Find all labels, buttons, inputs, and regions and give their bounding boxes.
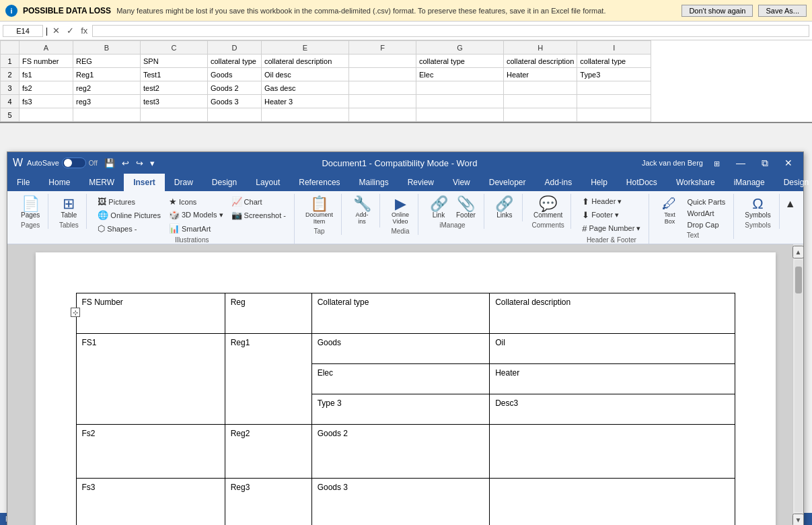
cell-h4[interactable] xyxy=(504,95,577,108)
cell-f3[interactable] xyxy=(349,81,416,95)
cell-d4[interactable]: Goods 3 xyxy=(208,95,262,108)
col-header-i[interactable]: I xyxy=(577,41,651,55)
cell-g3[interactable] xyxy=(416,81,504,95)
cell-d5[interactable] xyxy=(208,108,262,122)
cell-c5[interactable] xyxy=(141,108,208,122)
cell-h3[interactable] xyxy=(504,81,577,95)
cell-a4[interactable]: fs3 xyxy=(20,95,73,108)
cell-g5[interactable] xyxy=(416,108,504,122)
cell-a3[interactable]: fs2 xyxy=(20,81,73,95)
cell-f2[interactable] xyxy=(349,68,416,81)
cell-a1[interactable]: FS number xyxy=(20,55,73,68)
cell-d1[interactable]: collateral type xyxy=(208,55,262,68)
cell-h1[interactable]: collateral description xyxy=(504,55,577,68)
col-header-e[interactable]: E xyxy=(262,41,349,55)
cell-i1[interactable]: collateral type xyxy=(577,55,651,68)
cell-g2[interactable]: Elec xyxy=(416,68,504,81)
table-row: 4 fs3 reg3 test3 Goods 3 Heater 3 xyxy=(1,95,651,108)
cell-f1[interactable] xyxy=(349,55,416,68)
col-header-a[interactable]: A xyxy=(20,41,73,55)
table-row: 3 fs2 reg2 test2 Goods 2 Gas desc xyxy=(1,81,651,95)
table-row: 1 FS number REG SPN collateral type coll… xyxy=(1,55,651,68)
cell-d3[interactable]: Goods 2 xyxy=(208,81,262,95)
row-num-3: 3 xyxy=(1,81,20,95)
cell-f4[interactable] xyxy=(349,95,416,108)
cell-b3[interactable]: reg2 xyxy=(73,81,141,95)
confirm-formula-button[interactable]: ✓ xyxy=(65,26,76,36)
data-loss-label: POSSIBLE DATA LOSS xyxy=(23,6,111,15)
cell-g1[interactable]: collateral type xyxy=(416,55,504,68)
info-bar: i POSSIBLE DATA LOSS Many features might… xyxy=(0,0,812,22)
cell-b4[interactable]: reg3 xyxy=(73,95,141,108)
cell-i2[interactable]: Type3 xyxy=(577,68,651,81)
cell-a2[interactable]: fs1 xyxy=(20,68,73,81)
cell-b5[interactable] xyxy=(73,108,141,122)
cell-c3[interactable]: test2 xyxy=(141,81,208,95)
row-num-1: 1 xyxy=(1,55,20,68)
save-as-button[interactable]: Save As... xyxy=(758,5,807,17)
fx-button[interactable]: fx xyxy=(79,26,89,36)
cell-b2[interactable]: Reg1 xyxy=(73,68,141,81)
cell-reference-input[interactable] xyxy=(3,25,43,37)
table-row: 2 fs1 Reg1 Test1 Goods Oil desc Elec Hea… xyxy=(1,68,651,81)
cell-e4[interactable]: Heater 3 xyxy=(262,95,349,108)
formula-bar: | ✕ ✓ fx xyxy=(0,22,812,40)
col-header-c[interactable]: C xyxy=(141,41,208,55)
col-header-g[interactable]: G xyxy=(416,41,504,55)
cell-d2[interactable]: Goods xyxy=(208,68,262,81)
info-icon: i xyxy=(5,5,17,17)
cell-c2[interactable]: Test1 xyxy=(141,68,208,81)
col-header-f[interactable]: F xyxy=(349,41,416,55)
cell-e1[interactable]: collateral description xyxy=(262,55,349,68)
cell-c1[interactable]: SPN xyxy=(141,55,208,68)
row-num-2: 2 xyxy=(1,68,20,81)
formula-divider: | xyxy=(46,26,48,36)
cell-e5[interactable] xyxy=(262,108,349,122)
cell-h5[interactable] xyxy=(504,108,577,122)
col-header-d[interactable]: D xyxy=(208,41,262,55)
cell-i4[interactable] xyxy=(577,95,651,108)
corner-cell xyxy=(1,41,20,55)
cell-b1[interactable]: REG xyxy=(73,55,141,68)
cell-e2[interactable]: Oil desc xyxy=(262,68,349,81)
col-header-h[interactable]: H xyxy=(504,41,577,55)
cell-g4[interactable] xyxy=(416,95,504,108)
formula-input[interactable] xyxy=(92,25,809,37)
cell-i5[interactable] xyxy=(577,108,651,122)
dont-show-again-button[interactable]: Don't show again xyxy=(681,5,753,17)
cell-i3[interactable] xyxy=(577,81,651,95)
cell-c4[interactable]: test3 xyxy=(141,95,208,108)
cell-h2[interactable]: Heater xyxy=(504,68,577,81)
excel-area: | ✕ ✓ fx A B C D E F G H I xyxy=(0,22,812,123)
spreadsheet: A B C D E F G H I 1 FS number REG SPN xyxy=(0,40,812,122)
info-message: Many features might be lost if you save … xyxy=(116,7,676,15)
table-row: 5 xyxy=(1,108,651,122)
cell-a5[interactable] xyxy=(20,108,73,122)
col-header-b[interactable]: B xyxy=(73,41,141,55)
row-num-4: 4 xyxy=(1,95,20,108)
row-num-5: 5 xyxy=(1,108,20,122)
cell-f5[interactable] xyxy=(349,108,416,122)
cancel-formula-button[interactable]: ✕ xyxy=(50,26,62,36)
cell-e3[interactable]: Gas desc xyxy=(262,81,349,95)
